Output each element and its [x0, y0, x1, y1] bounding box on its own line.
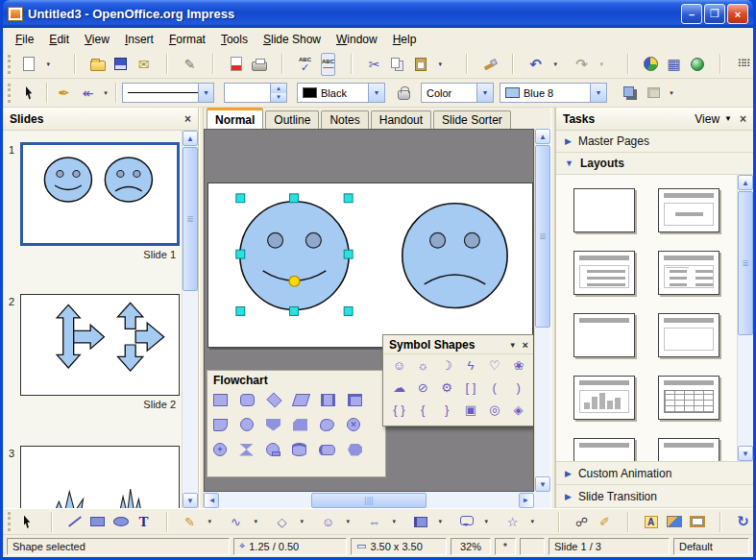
- shadow-button[interactable]: [619, 82, 641, 105]
- menu-item[interactable]: Format: [161, 30, 213, 49]
- arrow-style-button[interactable]: ↞: [77, 82, 99, 105]
- layout-title-only[interactable]: [573, 313, 635, 357]
- menu-item[interactable]: Window: [329, 30, 385, 49]
- flowchart-data: [292, 394, 310, 406]
- scroll-right-icon[interactable]: ▲: [519, 493, 534, 508]
- double-brace-icon[interactable]: { }: [393, 403, 404, 417]
- sun-icon[interactable]: ☼: [417, 359, 428, 373]
- scrollbar-thumb[interactable]: ||||: [311, 493, 427, 508]
- line-width-spinner[interactable]: ▲▼: [224, 83, 287, 103]
- slide-style[interactable]: Default: [673, 538, 749, 555]
- scroll-up-icon[interactable]: ▲: [183, 131, 198, 146]
- scroll-down-icon[interactable]: ▼: [738, 446, 753, 461]
- scroll-up-icon[interactable]: ▲: [738, 175, 753, 190]
- left-brace-icon[interactable]: {: [421, 403, 425, 417]
- layout-clipped-1[interactable]: [573, 438, 635, 461]
- view-tab[interactable]: Outline: [265, 110, 319, 129]
- toolbar-grip[interactable]: [8, 55, 12, 74]
- canvas-hscrollbar[interactable]: ▲ |||| ▲: [204, 492, 550, 508]
- section-master-pages[interactable]: ▶ Master Pages: [556, 131, 753, 153]
- close-icon[interactable]: ×: [523, 339, 528, 351]
- view-tab[interactable]: Handout: [371, 110, 431, 129]
- area-style-button[interactable]: [393, 82, 415, 105]
- layout-title-table[interactable]: [658, 376, 719, 420]
- slide-thumbnail-1[interactable]: 1: [7, 142, 180, 260]
- view-menu[interactable]: View: [695, 112, 719, 126]
- fill-color-select[interactable]: Blue 8 ▼: [500, 83, 607, 103]
- close-icon[interactable]: ×: [184, 112, 191, 126]
- scroll-up-icon[interactable]: ▲: [535, 129, 550, 144]
- scrollbar-thumb[interactable]: ≣: [535, 145, 550, 328]
- toolbar-more-dropdown[interactable]: ▾: [667, 82, 676, 105]
- layout-clipped-2[interactable]: [658, 438, 719, 461]
- layout-blank[interactable]: [573, 188, 635, 232]
- menu-item[interactable]: Edit: [41, 30, 77, 49]
- styles-button[interactable]: [19, 82, 41, 105]
- cloud-icon[interactable]: ☁: [393, 381, 405, 395]
- canvas-vscrollbar[interactable]: ▲ ≣ ▼: [534, 129, 550, 492]
- menu-item[interactable]: Help: [385, 30, 425, 49]
- layout-title-frame[interactable]: [658, 313, 719, 357]
- menu-item[interactable]: Insert: [117, 30, 161, 49]
- chevron-down-icon[interactable]: ▼: [724, 114, 732, 123]
- flower-icon[interactable]: ❀: [513, 359, 524, 373]
- spinner-arrows[interactable]: ▲▼: [270, 84, 286, 102]
- menu-item[interactable]: Slide Show: [256, 30, 329, 49]
- layout-title-two-content[interactable]: [658, 251, 719, 295]
- left-bracket-icon[interactable]: (: [493, 381, 497, 395]
- slide-thumbnail-3[interactable]: 3: [7, 446, 180, 508]
- zoom-level[interactable]: 32%: [451, 538, 491, 555]
- close-button[interactable]: ×: [727, 4, 748, 24]
- layouts-scrollbar[interactable]: ▲ ≣ ▼: [737, 175, 753, 461]
- section-layouts[interactable]: ▼ Layouts: [556, 153, 753, 175]
- double-bracket-icon[interactable]: [ ]: [465, 381, 476, 395]
- prohibited-icon[interactable]: ⊘: [418, 381, 428, 395]
- slide-2-preview[interactable]: [20, 294, 180, 396]
- smiley-face-icon[interactable]: ☺: [393, 359, 405, 373]
- view-tab[interactable]: Slide Sorter: [433, 110, 511, 129]
- slide-thumbnail-2[interactable]: 2 Slide 2: [7, 294, 180, 410]
- menu-item[interactable]: View: [77, 30, 117, 49]
- scrollbar-thumb[interactable]: ≣: [183, 147, 198, 291]
- minimize-button[interactable]: –: [681, 4, 702, 24]
- slide-1-preview[interactable]: [20, 142, 180, 246]
- right-bracket-icon[interactable]: ): [516, 381, 520, 395]
- maximize-button[interactable]: ❒: [704, 4, 725, 24]
- block-arrows-dropdown: ▾: [393, 518, 402, 525]
- heart-icon[interactable]: ♡: [489, 359, 500, 373]
- scroll-down-icon[interactable]: ▼: [183, 493, 198, 508]
- status-message: Shape selected: [7, 538, 230, 555]
- view-tab[interactable]: Normal: [207, 108, 263, 129]
- toolbar-grip[interactable]: [8, 512, 12, 531]
- view-tab[interactable]: Notes: [321, 110, 368, 129]
- menu-item[interactable]: File: [8, 30, 41, 49]
- line-color-select[interactable]: Black ▼: [297, 83, 385, 103]
- section-custom-animation[interactable]: ▶ Custom Animation: [556, 462, 753, 485]
- layout-title-bullets[interactable]: [573, 251, 635, 295]
- toolbar-grip[interactable]: [8, 84, 12, 103]
- scroll-down-icon[interactable]: ▼: [535, 476, 550, 492]
- octagon-bevel-icon[interactable]: ◎: [489, 403, 500, 417]
- line-style-select[interactable]: ▼: [122, 83, 214, 103]
- diamond-bevel-icon[interactable]: ◈: [514, 403, 524, 417]
- slides-scrollbar[interactable]: ▲ ≣ ▼: [182, 131, 198, 508]
- scroll-left-icon[interactable]: ▲: [204, 493, 219, 508]
- menu-item[interactable]: Tools: [213, 30, 256, 49]
- layout-title-chart[interactable]: [573, 376, 635, 420]
- slide-canvas[interactable]: [207, 183, 533, 348]
- right-brace-icon[interactable]: }: [445, 403, 449, 417]
- chevron-down-icon[interactable]: ▼: [509, 341, 517, 350]
- square-bevel-icon[interactable]: ▣: [465, 403, 476, 417]
- line-button[interactable]: ✒: [53, 82, 75, 105]
- arrow-style-dropdown[interactable]: ▾: [101, 82, 110, 105]
- close-icon[interactable]: ×: [740, 112, 746, 126]
- puzzle-icon[interactable]: ⚙: [441, 381, 452, 395]
- scrollbar-thumb[interactable]: ≣: [738, 191, 753, 335]
- section-slide-transition[interactable]: ▶ Slide Transition: [556, 485, 753, 508]
- layout-title-content[interactable]: [658, 188, 719, 232]
- slide-3-preview[interactable]: [20, 446, 180, 508]
- symbol-shapes-titlebar[interactable]: Symbol Shapes ▼ ×: [383, 335, 534, 354]
- moon-icon[interactable]: ☽: [441, 359, 452, 373]
- fill-type-select[interactable]: Color ▼: [421, 83, 494, 103]
- lightning-icon[interactable]: ϟ: [467, 359, 474, 373]
